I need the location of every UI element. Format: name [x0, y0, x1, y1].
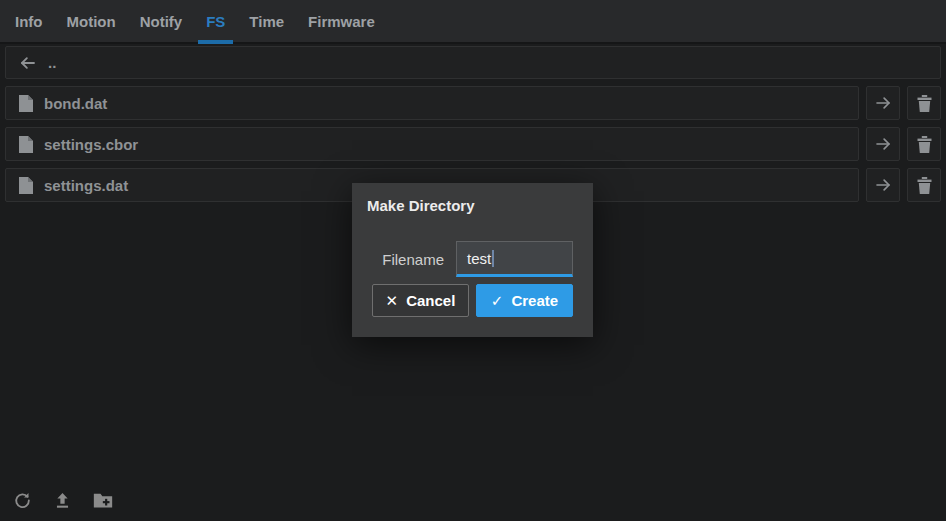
parent-directory-label: .. [48, 54, 56, 71]
fs-toolbar [12, 490, 113, 511]
create-button[interactable]: ✓ Create [476, 284, 573, 317]
make-directory-dialog: Make Directory Filename test ✕ Cancel ✓ … [352, 183, 593, 337]
x-icon: ✕ [386, 292, 399, 310]
right-arrow-icon [874, 176, 892, 194]
filename-field-row: Filename test [366, 241, 579, 277]
refresh-icon [13, 491, 32, 510]
trash-icon [917, 177, 932, 194]
file-browser: .. bond.dat [0, 44, 946, 202]
file-name: settings.cbor [44, 136, 138, 153]
tab-bar: Info Motion Notify FS Time Firmware [0, 0, 946, 44]
check-icon: ✓ [491, 292, 504, 310]
cancel-button[interactable]: ✕ Cancel [372, 284, 469, 317]
right-arrow-icon [874, 94, 892, 112]
file-row: bond.dat [5, 86, 941, 120]
create-button-label: Create [511, 292, 558, 309]
filename-input[interactable]: test [456, 241, 573, 277]
upload-button[interactable] [52, 490, 73, 511]
folder-plus-icon [93, 491, 113, 510]
dialog-buttons: ✕ Cancel ✓ Create [366, 284, 579, 317]
refresh-button[interactable] [12, 490, 33, 511]
tab-info[interactable]: Info [14, 0, 44, 42]
file-row: settings.cbor [5, 127, 941, 161]
back-arrow-icon [19, 54, 37, 72]
filename-value: test [467, 250, 491, 267]
tab-motion[interactable]: Motion [66, 0, 117, 42]
file-delete-button[interactable] [907, 168, 941, 202]
tab-fs[interactable]: FS [205, 0, 226, 42]
upload-icon [53, 491, 72, 510]
file-icon [19, 177, 33, 194]
parent-directory-row: .. [5, 46, 941, 79]
file-delete-button[interactable] [907, 86, 941, 120]
file-name: bond.dat [44, 95, 107, 112]
tab-time[interactable]: Time [248, 0, 285, 42]
file-name: settings.dat [44, 177, 128, 194]
filename-label: Filename [382, 251, 444, 268]
tab-notify[interactable]: Notify [139, 0, 184, 42]
text-cursor [492, 250, 494, 267]
trash-icon [917, 136, 932, 153]
tab-firmware[interactable]: Firmware [307, 0, 376, 42]
file-icon [19, 136, 33, 153]
right-arrow-icon [874, 135, 892, 153]
dialog-title: Make Directory [366, 197, 579, 214]
file-open-button[interactable]: bond.dat [5, 86, 859, 120]
file-open-button[interactable]: settings.cbor [5, 127, 859, 161]
new-folder-button[interactable] [92, 490, 113, 511]
file-navigate-button[interactable] [866, 86, 900, 120]
cancel-button-label: Cancel [406, 292, 455, 309]
file-navigate-button[interactable] [866, 127, 900, 161]
file-delete-button[interactable] [907, 127, 941, 161]
trash-icon [917, 95, 932, 112]
file-icon [19, 95, 33, 112]
parent-directory-button[interactable]: .. [5, 46, 941, 79]
file-navigate-button[interactable] [866, 168, 900, 202]
